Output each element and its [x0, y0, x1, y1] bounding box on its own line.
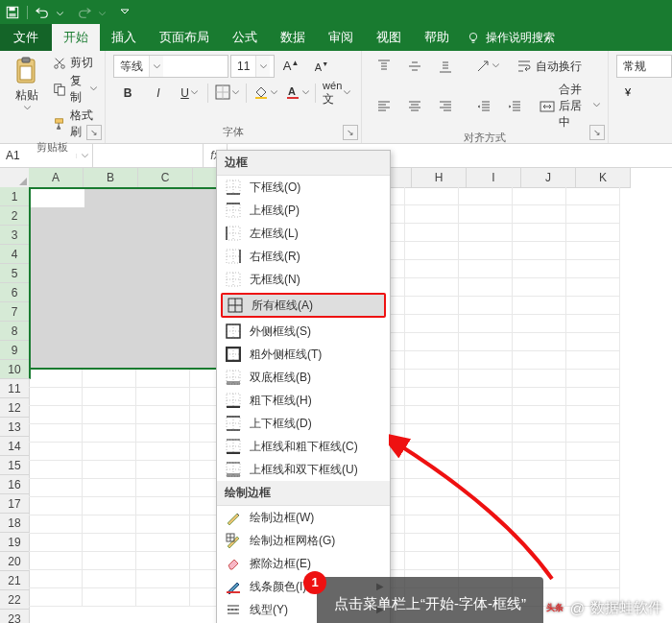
cell[interactable] — [566, 479, 620, 497]
undo-icon[interactable] — [36, 6, 49, 19]
column-header[interactable]: J — [521, 168, 576, 188]
cell[interactable] — [136, 534, 190, 552]
menu-item-top-bottom-border[interactable]: 上下框线(D) — [217, 412, 390, 435]
cell[interactable] — [459, 497, 513, 515]
cell[interactable] — [459, 370, 513, 388]
align-bottom-button[interactable] — [431, 55, 460, 78]
cell[interactable] — [83, 570, 136, 588]
cell[interactable] — [29, 552, 83, 570]
cell[interactable] — [459, 534, 513, 552]
tab-home[interactable]: 开始 — [52, 24, 100, 51]
shrink-font-button[interactable]: A▼ — [307, 55, 336, 78]
cell[interactable] — [83, 406, 136, 424]
cell[interactable] — [29, 424, 83, 443]
cell[interactable] — [29, 497, 83, 515]
align-right-button[interactable] — [431, 95, 460, 118]
row-header[interactable]: 14 — [0, 437, 30, 456]
cell[interactable] — [566, 515, 620, 534]
tab-data[interactable]: 数据 — [269, 24, 317, 51]
row-header[interactable]: 21 — [0, 571, 30, 590]
cell[interactable] — [566, 534, 620, 552]
cell[interactable] — [513, 260, 566, 278]
menu-item-none-border[interactable]: 无框线(N) — [217, 268, 390, 291]
cell[interactable] — [405, 552, 459, 570]
menu-item-double-bottom-border[interactable]: 双底框线(B) — [217, 366, 390, 389]
cell[interactable] — [83, 515, 136, 534]
cell[interactable] — [566, 351, 620, 370]
row-header[interactable]: 4 — [0, 245, 31, 264]
menu-item-draw-grid[interactable]: 绘制边框网格(G) — [217, 529, 390, 552]
cell[interactable] — [136, 552, 190, 570]
row-header[interactable]: 7 — [0, 302, 31, 322]
column-header[interactable]: A — [29, 168, 84, 189]
cell[interactable] — [29, 515, 83, 534]
font-color-button[interactable]: A — [282, 82, 312, 105]
cell[interactable] — [29, 534, 83, 552]
cell[interactable] — [83, 443, 136, 461]
cell[interactable] — [513, 388, 566, 406]
cell[interactable] — [405, 297, 459, 315]
cell[interactable] — [405, 515, 459, 534]
row-header[interactable]: 11 — [0, 379, 30, 398]
menu-item-right-border[interactable]: 右框线(R) — [217, 245, 390, 268]
cell[interactable] — [566, 552, 620, 570]
row-header[interactable]: 20 — [0, 552, 30, 571]
bold-button[interactable]: B — [113, 82, 142, 105]
cell[interactable] — [513, 406, 566, 424]
cell[interactable] — [513, 461, 566, 479]
cut-button[interactable]: 剪切 — [53, 55, 97, 71]
cell[interactable] — [83, 497, 136, 515]
row-header[interactable]: 3 — [0, 226, 31, 245]
cell[interactable] — [513, 552, 566, 570]
cell[interactable] — [459, 260, 513, 278]
redo-icon[interactable] — [78, 6, 91, 19]
cell[interactable] — [136, 515, 190, 534]
cell[interactable] — [405, 479, 459, 497]
menu-item-thick-outside-border[interactable]: 粗外侧框线(T) — [217, 343, 390, 366]
cell[interactable] — [136, 443, 190, 461]
cell[interactable] — [405, 187, 459, 205]
row-header[interactable]: 17 — [0, 494, 30, 514]
cell[interactable] — [513, 333, 566, 351]
cell[interactable] — [566, 224, 620, 242]
menu-item-top-border[interactable]: 上框线(P) — [217, 199, 390, 222]
cell[interactable] — [83, 370, 136, 388]
font-name-combo[interactable]: 等线 — [113, 55, 228, 78]
row-header[interactable]: 13 — [0, 418, 30, 437]
font-size-combo[interactable]: 11 — [230, 55, 275, 78]
cell[interactable] — [29, 388, 83, 406]
decrease-indent-button[interactable] — [469, 95, 498, 118]
cell[interactable] — [29, 461, 83, 479]
cell[interactable] — [513, 479, 566, 497]
menu-item-thick-bottom-border[interactable]: 粗下框线(H) — [217, 389, 390, 412]
borders-button[interactable] — [212, 82, 242, 105]
cell[interactable] — [405, 260, 459, 278]
cell[interactable] — [405, 443, 459, 461]
orientation-button[interactable] — [471, 55, 503, 78]
menu-item-top-double-bottom-border[interactable]: 上框线和双下框线(U) — [217, 458, 390, 481]
align-center-button[interactable] — [400, 95, 429, 118]
cell[interactable] — [459, 205, 513, 224]
cell[interactable] — [459, 315, 513, 333]
cell[interactable] — [83, 479, 136, 497]
column-header[interactable]: H — [412, 168, 467, 188]
tab-insert[interactable]: 插入 — [100, 24, 148, 51]
cell[interactable] — [513, 443, 566, 461]
cell[interactable] — [566, 315, 620, 333]
row-header[interactable]: 5 — [0, 264, 31, 283]
cell[interactable] — [405, 424, 459, 443]
italic-button[interactable]: I — [144, 82, 173, 105]
cell[interactable] — [566, 205, 620, 224]
column-header[interactable]: I — [467, 168, 521, 188]
row-header[interactable]: 9 — [0, 341, 31, 360]
cell[interactable] — [513, 187, 566, 205]
cell[interactable] — [513, 224, 566, 242]
cell[interactable] — [566, 187, 620, 205]
cell[interactable] — [459, 388, 513, 406]
menu-item-draw[interactable]: 绘制边框(W) — [217, 506, 390, 529]
cell[interactable] — [405, 406, 459, 424]
cell[interactable] — [566, 406, 620, 424]
cell[interactable] — [83, 534, 136, 552]
cell[interactable] — [83, 388, 136, 406]
cell[interactable] — [405, 388, 459, 406]
